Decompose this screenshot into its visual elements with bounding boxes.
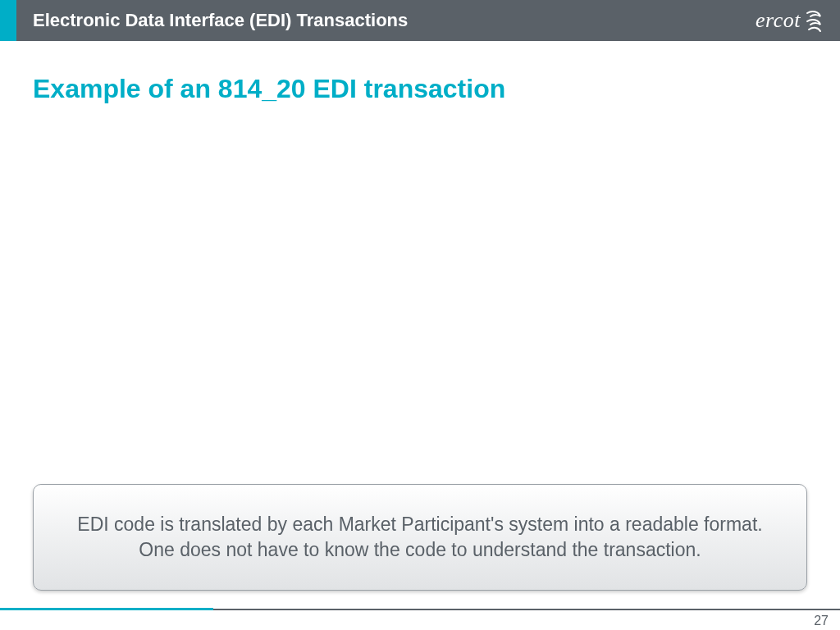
brand-logo: ercot bbox=[756, 8, 824, 33]
slide-title: Example of an 814_20 EDI transaction bbox=[33, 74, 505, 104]
header-accent bbox=[0, 0, 16, 41]
callout-box: EDI code is translated by each Market Pa… bbox=[33, 484, 807, 591]
page-number: 27 bbox=[814, 614, 829, 628]
swirl-icon bbox=[804, 8, 824, 33]
header-bar: Electronic Data Interface (EDI) Transact… bbox=[0, 0, 840, 41]
footer-rule-accent bbox=[0, 608, 213, 610]
logo-text: ercot bbox=[756, 8, 801, 33]
header-title: Electronic Data Interface (EDI) Transact… bbox=[33, 10, 756, 31]
callout-line-2: One does not have to know the code to un… bbox=[139, 537, 701, 563]
slide: Electronic Data Interface (EDI) Transact… bbox=[0, 0, 840, 630]
callout-line-1: EDI code is translated by each Market Pa… bbox=[77, 512, 762, 537]
